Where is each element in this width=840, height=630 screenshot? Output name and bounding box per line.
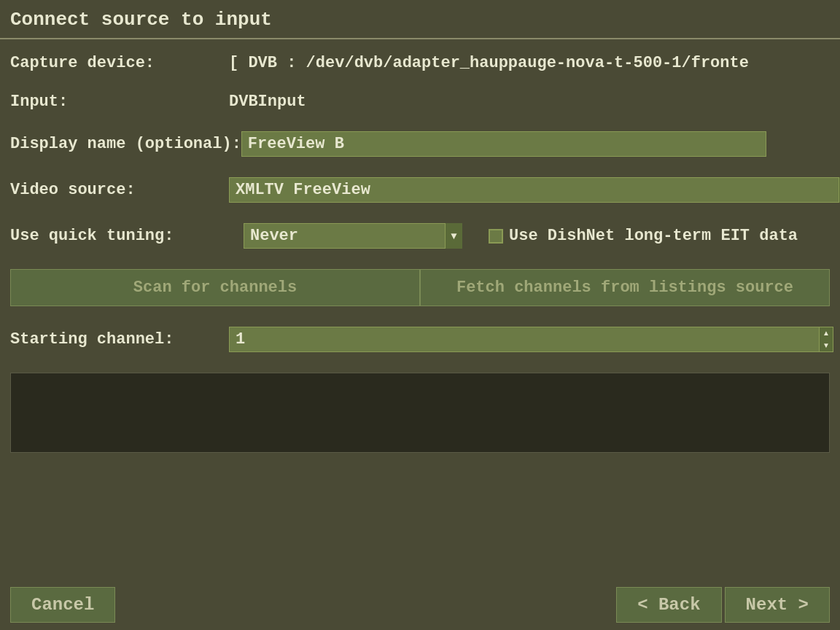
- video-source-row: Video source: XMLTV FreeView ▼: [10, 177, 830, 203]
- video-source-select[interactable]: XMLTV FreeView: [229, 177, 840, 203]
- channel-spinner-up[interactable]: ▲: [820, 327, 833, 340]
- dishnet-checkbox-group: Use DishNet long-term EIT data: [489, 227, 798, 245]
- display-name-input[interactable]: [241, 131, 766, 157]
- display-name-label: Display name (optional):: [10, 135, 241, 153]
- quick-tuning-select-wrapper: Never Always Live TV Only ▼: [244, 223, 462, 249]
- channel-buttons-row: Scan for channels Fetch channels from li…: [10, 269, 830, 306]
- starting-channel-input[interactable]: [229, 327, 820, 352]
- video-source-label: Video source:: [10, 181, 229, 199]
- starting-channel-row: Starting channel: ▲ ▼: [10, 327, 830, 352]
- capture-device-label: Capture device:: [10, 54, 229, 72]
- cancel-button[interactable]: Cancel: [10, 587, 115, 623]
- quick-tuning-select[interactable]: Never Always Live TV Only: [244, 223, 462, 249]
- nav-button-group: < Back Next >: [616, 587, 830, 623]
- capture-device-row: Capture device: [ DVB : /dev/dvb/adapter…: [10, 54, 830, 72]
- starting-channel-wrapper: ▲ ▼: [229, 327, 833, 352]
- page-title: Connect source to input: [10, 9, 272, 31]
- fetch-channels-button[interactable]: Fetch channels from listings source: [420, 269, 830, 306]
- quick-tuning-label: Use quick tuning:: [10, 227, 229, 245]
- display-name-row: Display name (optional):: [10, 131, 830, 157]
- page-container: Connect source to input Capture device: …: [0, 0, 840, 630]
- log-area: [10, 373, 830, 453]
- title-bar: Connect source to input: [0, 0, 840, 39]
- dishnet-checkbox[interactable]: [489, 229, 503, 244]
- channel-spinner-down[interactable]: ▼: [820, 340, 833, 352]
- content-area: Capture device: [ DVB : /dev/dvb/adapter…: [0, 39, 840, 580]
- channel-spinner: ▲ ▼: [820, 327, 833, 352]
- next-button[interactable]: Next >: [725, 587, 830, 623]
- back-button[interactable]: < Back: [616, 587, 721, 623]
- starting-channel-label: Starting channel:: [10, 330, 229, 349]
- scan-channels-button[interactable]: Scan for channels: [10, 269, 420, 306]
- video-source-select-wrapper: XMLTV FreeView ▼: [229, 177, 840, 203]
- quick-tuning-row: Use quick tuning: Never Always Live TV O…: [10, 223, 830, 249]
- input-row: Input: DVBInput: [10, 93, 830, 111]
- capture-device-value: [ DVB : /dev/dvb/adapter_hauppauge-nova-…: [229, 54, 749, 72]
- dishnet-label: Use DishNet long-term EIT data: [509, 227, 798, 245]
- input-value: DVBInput: [229, 93, 306, 111]
- bottom-bar: Cancel < Back Next >: [0, 580, 840, 630]
- input-label: Input:: [10, 93, 229, 111]
